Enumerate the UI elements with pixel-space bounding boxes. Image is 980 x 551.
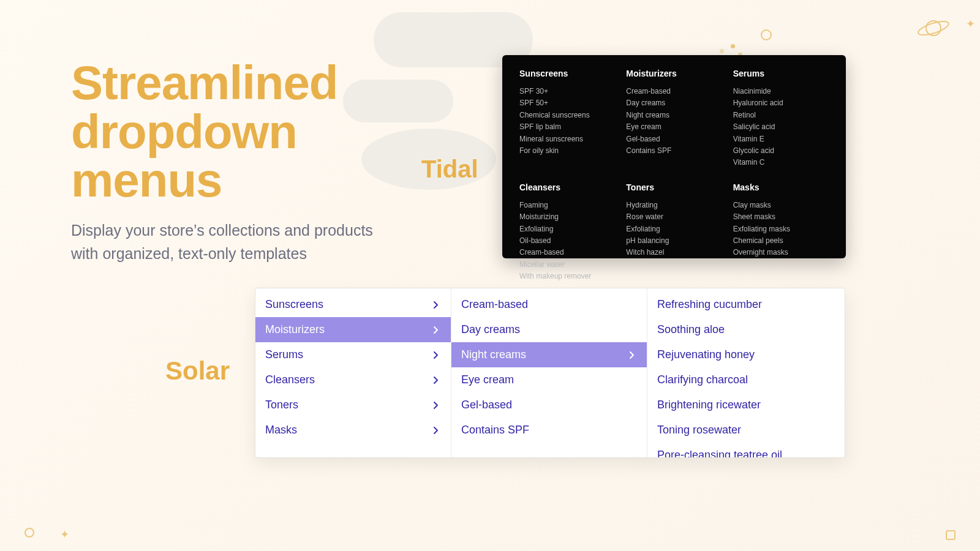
tidal-item[interactable]: Night creams bbox=[626, 110, 722, 121]
tidal-item[interactable]: Overnight masks bbox=[733, 247, 829, 258]
tidal-item[interactable]: With makeup remover bbox=[519, 271, 615, 282]
title-line: Streamlined bbox=[71, 56, 337, 110]
tidal-item[interactable]: Contains SPF bbox=[626, 145, 722, 157]
chevron-right-icon bbox=[431, 325, 441, 335]
tidal-item[interactable]: SPF lip balm bbox=[519, 121, 615, 133]
tidal-item[interactable]: Glycolic acid bbox=[733, 145, 829, 157]
sparkle-icon: ✦ bbox=[966, 17, 975, 31]
solar-item-label: Contains SPF bbox=[461, 424, 529, 437]
chevron-right-icon bbox=[431, 375, 441, 385]
svg-point-1 bbox=[917, 18, 949, 37]
planet-icon bbox=[915, 16, 949, 43]
hero-block: Streamlined dropdown menus Display your … bbox=[71, 59, 439, 266]
solar-item[interactable]: Sunscreens bbox=[255, 292, 451, 317]
solar-item[interactable]: Soothing aloe bbox=[647, 317, 845, 342]
chevron-right-icon bbox=[627, 350, 637, 360]
tidal-item[interactable]: Exfoliating masks bbox=[733, 223, 829, 235]
tidal-heading[interactable]: Toners bbox=[626, 182, 722, 192]
tidal-column: MoisturizersCream-basedDay creamsNight c… bbox=[626, 69, 722, 169]
solar-item[interactable]: Pore-cleansing teatree oil bbox=[647, 443, 845, 457]
title-line: menus bbox=[71, 153, 222, 207]
solar-item[interactable]: Moisturizers bbox=[255, 317, 451, 342]
tidal-list: HydratingRose waterExfoliatingpH balanci… bbox=[626, 200, 722, 259]
square-icon bbox=[946, 530, 956, 540]
tidal-heading[interactable]: Masks bbox=[733, 182, 829, 192]
solar-item[interactable]: Brightening ricewater bbox=[647, 392, 845, 418]
solar-item[interactable]: Rejuvenating honey bbox=[647, 342, 845, 367]
tidal-heading[interactable]: Moisturizers bbox=[626, 69, 722, 78]
solar-column-2: Cream-basedDay creamsNight creamsEye cre… bbox=[451, 288, 647, 457]
tidal-item[interactable]: SPF 30+ bbox=[519, 86, 615, 97]
solar-item[interactable]: Toners bbox=[255, 392, 451, 418]
tidal-item[interactable]: Niacinimide bbox=[733, 86, 829, 97]
page-subtitle: Display your store’s collections and pro… bbox=[71, 219, 390, 266]
tidal-item[interactable]: Vitamin C bbox=[733, 157, 829, 168]
solar-item-label: Masks bbox=[265, 424, 297, 437]
solar-item-label: Toning rosewater bbox=[657, 424, 741, 437]
tidal-item[interactable]: Vitamin E bbox=[733, 133, 829, 145]
tidal-item[interactable]: Foaming bbox=[519, 200, 615, 211]
solar-item[interactable]: Refreshing cucumber bbox=[647, 292, 845, 317]
tidal-item[interactable]: Mineral sunscreens bbox=[519, 133, 615, 145]
solar-item-label: Serums bbox=[265, 348, 303, 361]
tidal-column: SunscreensSPF 30+SPF 50+Chemical sunscre… bbox=[519, 69, 615, 169]
tidal-item[interactable]: Chemical sunscreens bbox=[519, 110, 615, 121]
tidal-heading[interactable]: Serums bbox=[733, 69, 829, 78]
solar-item[interactable]: Cleansers bbox=[255, 367, 451, 392]
solar-item[interactable]: Cream-based bbox=[451, 292, 647, 317]
solar-item[interactable]: Masks bbox=[255, 418, 451, 443]
dot-icon bbox=[720, 49, 724, 53]
tidal-item[interactable]: pH balancing bbox=[626, 235, 722, 247]
tidal-item[interactable]: Salicylic acid bbox=[733, 121, 829, 133]
chevron-right-icon bbox=[431, 425, 441, 435]
tidal-item[interactable]: Micellar water bbox=[519, 259, 615, 271]
tidal-item[interactable]: Moisturizing bbox=[519, 211, 615, 223]
tidal-item[interactable]: Cream-based bbox=[519, 247, 615, 258]
title-line: dropdown bbox=[71, 105, 297, 159]
tidal-item[interactable]: Gel-based bbox=[626, 133, 722, 145]
solar-item-label: Rejuvenating honey bbox=[657, 348, 755, 361]
tidal-item[interactable]: Hydrating bbox=[626, 200, 722, 211]
tidal-item[interactable]: Exfoliating bbox=[626, 223, 722, 235]
solar-item[interactable]: Eye cream bbox=[451, 367, 647, 392]
tidal-item[interactable]: Clay masks bbox=[733, 200, 829, 211]
tidal-column: SerumsNiacinimideHyaluronic acidRetinolS… bbox=[733, 69, 829, 169]
solar-item[interactable]: Serums bbox=[255, 342, 451, 367]
tidal-item[interactable]: Rose water bbox=[626, 211, 722, 223]
tidal-item[interactable]: Retinol bbox=[733, 110, 829, 121]
solar-item[interactable]: Contains SPF bbox=[451, 418, 647, 443]
solar-cascading-menu: SunscreensMoisturizersSerumsCleansersTon… bbox=[255, 288, 845, 458]
tidal-list: Clay masksSheet masksExfoliating masksCh… bbox=[733, 200, 829, 259]
solar-item-label: Cleansers bbox=[265, 373, 315, 386]
solar-item-label: Day creams bbox=[461, 323, 520, 336]
solar-item[interactable]: Day creams bbox=[451, 317, 647, 342]
solar-item[interactable]: Night creams bbox=[451, 342, 647, 367]
solar-item-label: Gel-based bbox=[461, 399, 512, 411]
tidal-item[interactable]: Witch hazel bbox=[626, 247, 722, 258]
tidal-item[interactable]: SPF 50+ bbox=[519, 97, 615, 109]
solar-item-label: Night creams bbox=[461, 348, 526, 361]
chevron-right-icon bbox=[431, 300, 441, 310]
solar-item[interactable]: Clarifying charcoal bbox=[647, 367, 845, 392]
solar-item[interactable]: Gel-based bbox=[451, 392, 647, 418]
solar-item[interactable]: Toning rosewater bbox=[647, 418, 845, 443]
solar-column-1: SunscreensMoisturizersSerumsCleansersTon… bbox=[255, 288, 451, 457]
tidal-item[interactable]: Sheet masks bbox=[733, 211, 829, 223]
tidal-item[interactable]: Chemical peels bbox=[733, 235, 829, 247]
tidal-column: MasksClay masksSheet masksExfoliating ma… bbox=[733, 182, 829, 283]
tidal-item[interactable]: Day creams bbox=[626, 97, 722, 109]
tidal-item[interactable]: Exfoliating bbox=[519, 223, 615, 235]
tidal-item[interactable]: Cream-based bbox=[626, 86, 722, 97]
tidal-megamenu: SunscreensSPF 30+SPF 50+Chemical sunscre… bbox=[502, 55, 846, 258]
solar-item-label: Toners bbox=[265, 399, 298, 411]
tidal-list: Cream-basedDay creamsNight creamsEye cre… bbox=[626, 86, 722, 157]
tidal-item[interactable]: Eye cream bbox=[626, 121, 722, 133]
tidal-item[interactable]: Oil-based bbox=[519, 235, 615, 247]
tidal-heading[interactable]: Sunscreens bbox=[519, 69, 615, 78]
solar-item-label: Pore-cleansing teatree oil bbox=[657, 449, 782, 457]
tidal-item[interactable]: For oily skin bbox=[519, 145, 615, 157]
tidal-heading[interactable]: Cleansers bbox=[519, 182, 615, 192]
solar-item-label: Sunscreens bbox=[265, 298, 323, 311]
tidal-item[interactable]: Hyaluronic acid bbox=[733, 97, 829, 109]
tidal-list: NiacinimideHyaluronic acidRetinolSalicyl… bbox=[733, 86, 829, 169]
